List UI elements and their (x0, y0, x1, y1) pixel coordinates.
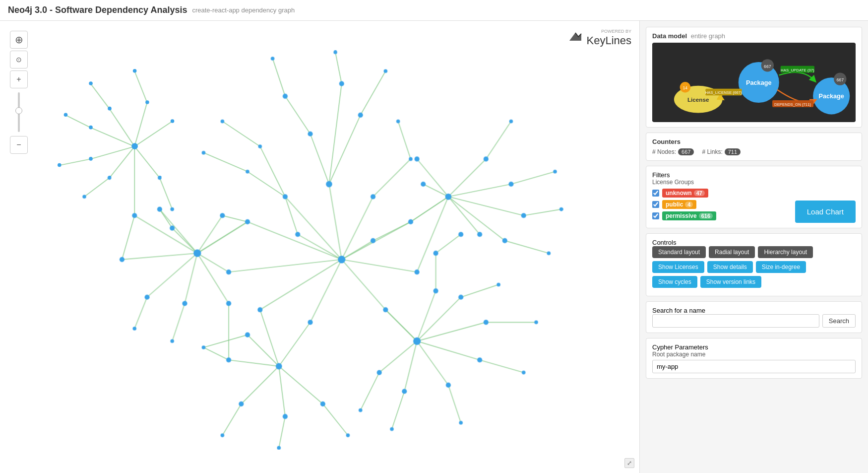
controls-title: Controls (652, 239, 856, 246)
action-buttons-row-2: Show cycles Show version links (652, 276, 856, 288)
standard-layout-button[interactable]: Standard layout (652, 246, 706, 258)
search-section: Search for a name Search (646, 301, 862, 333)
svg-line-47 (448, 197, 480, 234)
svg-point-179 (559, 207, 563, 211)
svg-point-125 (170, 225, 175, 230)
svg-line-65 (134, 297, 147, 329)
hierarchy-layout-button[interactable]: Hierarchy layout (758, 246, 813, 258)
svg-point-155 (158, 176, 162, 180)
page-title: Neo4j 3.0 - Software Dependency Analysis (8, 5, 187, 15)
graph-collapse-button[interactable]: ⤢ (624, 458, 634, 468)
svg-line-92 (392, 392, 404, 429)
layout-buttons-row: Standard layout Radial layout Hierarchy … (652, 246, 856, 258)
svg-point-104 (276, 363, 282, 370)
filters-title: Filters (652, 171, 856, 179)
svg-point-173 (333, 50, 337, 54)
svg-line-91 (361, 373, 379, 410)
svg-line-50 (423, 184, 448, 197)
svg-line-39 (110, 146, 135, 178)
svg-point-152 (108, 107, 112, 111)
svg-point-117 (295, 232, 300, 237)
svg-line-51 (310, 134, 329, 184)
size-indegree-button[interactable]: Size in-degree (756, 261, 806, 273)
zoom-thumb[interactable] (15, 107, 22, 114)
svg-line-45 (448, 197, 524, 215)
svg-line-55 (260, 146, 285, 197)
svg-point-177 (509, 120, 513, 124)
svg-line-21 (417, 341, 448, 385)
data-model-label: Data model (652, 32, 687, 40)
svg-point-160 (246, 170, 249, 174)
svg-point-174 (384, 69, 388, 73)
zoom-in-button[interactable]: + (10, 70, 28, 88)
svg-line-30 (279, 366, 285, 416)
graph-canvas (0, 21, 639, 473)
counters-title: Counters (652, 138, 856, 145)
show-version-links-button[interactable]: Show version links (700, 276, 761, 288)
zoom-slider[interactable] (18, 92, 20, 132)
filter-checkbox-public[interactable] (652, 201, 659, 208)
header: Neo4j 3.0 - Software Dependency Analysis… (0, 0, 868, 21)
svg-point-103 (413, 338, 421, 345)
svg-line-83 (59, 159, 90, 165)
filter-checkbox-permissive[interactable] (652, 212, 659, 219)
svg-point-161 (221, 120, 225, 124)
svg-line-61 (417, 197, 448, 272)
svg-line-29 (241, 366, 279, 404)
svg-line-19 (197, 215, 223, 253)
show-details-button[interactable]: Show details (707, 261, 753, 273)
svg-point-170 (89, 82, 93, 86)
filter-checkbox-unknown[interactable] (652, 190, 659, 197)
svg-point-151 (283, 94, 288, 99)
svg-point-138 (226, 357, 231, 362)
filters-and-btn: License Groups unknown 47 public (652, 179, 856, 223)
svg-line-68 (448, 385, 461, 423)
root-package-input[interactable] (652, 360, 856, 373)
load-chart-button[interactable]: Load Chart (795, 201, 856, 223)
graph-controls: ⊕ ⊙ + − (10, 31, 28, 154)
svg-line-52 (329, 84, 341, 184)
filter-label-public: public (666, 201, 683, 208)
svg-line-44 (448, 184, 511, 197)
action-buttons-row-1: Show Licenses Show details Size in-degre… (652, 261, 856, 273)
svg-point-135 (283, 414, 288, 419)
svg-point-120 (120, 257, 124, 262)
radial-layout-button[interactable]: Radial layout (709, 246, 755, 258)
svg-line-75 (398, 121, 411, 159)
svg-line-87 (222, 404, 241, 435)
svg-point-157 (89, 157, 93, 161)
show-cycles-button[interactable]: Show cycles (652, 276, 697, 288)
svg-point-108 (283, 194, 288, 199)
svg-point-134 (239, 402, 244, 406)
svg-line-32 (279, 322, 310, 366)
svg-line-81 (160, 178, 172, 209)
zoom-out-button[interactable]: − (10, 136, 28, 154)
search-button[interactable]: Search (822, 314, 856, 328)
svg-point-142 (502, 238, 507, 243)
pan-control[interactable]: ⊕ (10, 31, 28, 49)
svg-line-72 (524, 209, 561, 216)
svg-line-76 (361, 71, 386, 115)
svg-line-78 (273, 59, 285, 96)
data-model-section: Data model entire graph License 14 Packa… (646, 27, 862, 128)
svg-line-85 (91, 84, 110, 109)
nodes-label: # Nodes: (652, 148, 676, 155)
svg-point-162 (202, 151, 206, 155)
search-title: Search for a name (652, 307, 856, 314)
svg-point-124 (157, 207, 162, 212)
svg-point-146 (434, 251, 438, 256)
svg-line-10 (298, 234, 342, 260)
svg-line-43 (448, 159, 486, 197)
filters-section: Filters License Groups unknown 47 (646, 166, 862, 228)
svg-line-6 (342, 260, 417, 272)
filter-badge-permissive: permissive 616 (662, 211, 716, 220)
svg-point-126 (220, 213, 225, 218)
svg-line-58 (197, 253, 229, 272)
fit-control[interactable]: ⊙ (10, 51, 28, 68)
svg-point-139 (484, 156, 489, 161)
svg-point-189 (390, 427, 394, 431)
show-licenses-button[interactable]: Show Licenses (652, 261, 704, 273)
search-input[interactable] (652, 314, 819, 328)
svg-point-111 (257, 307, 262, 312)
svg-point-184 (496, 283, 500, 287)
